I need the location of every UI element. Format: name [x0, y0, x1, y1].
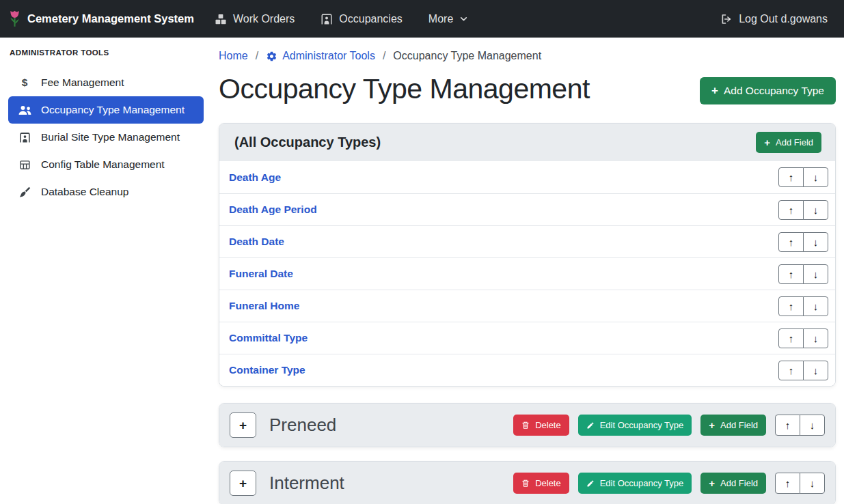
down-arrow-icon: ↓ — [813, 236, 819, 248]
move-up-button[interactable]: ↑ — [778, 296, 804, 316]
add-field-button[interactable]: + Add Field — [756, 132, 821, 153]
main-content: Home / Administrator Tools / Occupancy T… — [210, 38, 844, 504]
reorder-buttons: ↑ ↓ — [778, 296, 828, 316]
plus-icon: + — [239, 476, 247, 491]
occupancy-type-header: + Preneed Delete Edit Occupancy Type — [219, 404, 835, 447]
logout-button[interactable]: Log Out d.gowans — [720, 13, 828, 25]
move-up-button[interactable]: ↑ — [778, 264, 804, 284]
field-row: Death Age Period ↑ ↓ — [219, 193, 835, 225]
pencil-icon — [586, 479, 595, 488]
reorder-buttons: ↑ ↓ — [778, 167, 828, 187]
dollar-icon: $ — [17, 76, 32, 89]
expand-button[interactable]: + — [230, 412, 256, 438]
occupancy-type-name: Interment — [269, 473, 344, 494]
move-up-button[interactable]: ↑ — [775, 415, 800, 436]
move-down-button[interactable]: ↓ — [803, 167, 828, 187]
up-arrow-icon: ↑ — [789, 204, 794, 216]
sidebar-item-label: Burial Site Type Management — [41, 131, 180, 143]
down-arrow-icon: ↓ — [813, 268, 819, 280]
move-down-button[interactable]: ↓ — [800, 473, 825, 494]
field-row: Funeral Date ↑ ↓ — [219, 257, 835, 290]
field-link-committal-type[interactable]: Committal Type — [229, 332, 308, 344]
app-brand[interactable]: Cemetery Management System — [8, 10, 194, 28]
move-up-button[interactable]: ↑ — [775, 473, 800, 494]
occupancy-type-name: Preneed — [269, 415, 336, 436]
field-row: Death Age ↑ ↓ — [219, 161, 835, 193]
broom-icon — [17, 186, 32, 199]
move-down-button[interactable]: ↓ — [803, 264, 828, 284]
top-navbar: Cemetery Management System Work Orders O… — [0, 0, 844, 38]
edit-occupancy-type-label: Edit Occupancy Type — [600, 479, 684, 488]
delete-label: Delete — [535, 421, 561, 430]
sidebar-item-database-cleanup[interactable]: Database Cleanup — [8, 178, 204, 206]
breadcrumb-separator: / — [256, 50, 258, 62]
down-arrow-icon: ↓ — [813, 365, 819, 376]
sidebar-item-occupancy-type-management[interactable]: Occupancy Type Management — [8, 96, 204, 124]
occupancy-type-card-preneed: + Preneed Delete Edit Occupancy Type — [219, 403, 836, 447]
move-up-button[interactable]: ↑ — [778, 232, 804, 252]
down-arrow-icon: ↓ — [813, 204, 819, 216]
edit-occupancy-type-button[interactable]: Edit Occupancy Type — [578, 415, 692, 436]
delete-button[interactable]: Delete — [513, 415, 569, 436]
burial-site-icon — [17, 132, 32, 143]
chevron-down-icon — [459, 14, 468, 23]
add-field-button[interactable]: + Add Field — [700, 473, 766, 494]
expand-button[interactable]: + — [230, 471, 256, 496]
breadcrumb-home-link[interactable]: Home — [219, 50, 248, 62]
reorder-buttons: ↑ ↓ — [778, 361, 828, 380]
sidebar-item-config-table-management[interactable]: Config Table Management — [8, 151, 204, 178]
field-link-death-age[interactable]: Death Age — [229, 171, 281, 184]
move-down-button[interactable]: ↓ — [803, 361, 828, 380]
move-up-button[interactable]: ↑ — [778, 167, 804, 187]
sidebar-item-burial-site-type-management[interactable]: Burial Site Type Management — [8, 124, 204, 151]
down-arrow-icon: ↓ — [810, 477, 815, 489]
admin-tools-sidebar: ADMINISTRATOR TOOLS $ Fee Management Occ… — [0, 38, 210, 504]
field-link-container-type[interactable]: Container Type — [229, 364, 305, 376]
nav-work-orders-label: Work Orders — [233, 13, 295, 25]
down-arrow-icon: ↓ — [813, 300, 819, 312]
nav-work-orders[interactable]: Work Orders — [215, 13, 295, 25]
field-link-death-date[interactable]: Death Date — [229, 236, 284, 248]
add-field-button[interactable]: + Add Field — [700, 415, 766, 436]
plus-icon: + — [239, 418, 247, 433]
move-down-button[interactable]: ↓ — [800, 415, 825, 436]
occupancy-type-header: + Interment Delete Edit Occupancy Type — [219, 462, 835, 504]
nav-occupancies-label: Occupancies — [339, 13, 403, 25]
move-down-button[interactable]: ↓ — [803, 232, 828, 252]
reorder-buttons: ↑ ↓ — [778, 232, 828, 252]
nav-more[interactable]: More — [428, 13, 468, 25]
field-link-funeral-date[interactable]: Funeral Date — [229, 268, 293, 280]
move-down-button[interactable]: ↓ — [803, 200, 828, 220]
field-row: Funeral Home ↑ ↓ — [219, 290, 835, 322]
users-icon — [17, 104, 32, 116]
occupancy-type-actions: Delete Edit Occupancy Type + Add Field ↑ — [513, 473, 825, 494]
up-arrow-icon: ↑ — [789, 333, 794, 344]
up-arrow-icon: ↑ — [789, 268, 794, 280]
edit-occupancy-type-button[interactable]: Edit Occupancy Type — [578, 473, 692, 494]
sidebar-heading: ADMINISTRATOR TOOLS — [10, 48, 204, 57]
field-link-death-age-period[interactable]: Death Age Period — [229, 204, 317, 216]
all-occupancy-types-header: (All Occupancy Types) + Add Field — [219, 124, 835, 161]
down-arrow-icon: ↓ — [810, 419, 815, 431]
move-up-button[interactable]: ↑ — [778, 328, 804, 348]
occupancy-type-card-interment: + Interment Delete Edit Occupancy Type — [219, 461, 836, 504]
logout-label: Log Out d.gowans — [739, 13, 828, 25]
app-title: Cemetery Management System — [27, 12, 194, 25]
move-down-button[interactable]: ↓ — [803, 296, 828, 316]
reorder-buttons: ↑ ↓ — [778, 264, 828, 284]
move-up-button[interactable]: ↑ — [778, 200, 804, 220]
delete-button[interactable]: Delete — [513, 473, 569, 494]
field-link-funeral-home[interactable]: Funeral Home — [229, 300, 299, 312]
move-up-button[interactable]: ↑ — [778, 361, 804, 380]
sidebar-item-label: Occupancy Type Management — [41, 104, 185, 116]
add-occupancy-type-button[interactable]: + Add Occupancy Type — [700, 77, 836, 104]
tulip-logo-icon — [8, 10, 21, 28]
reorder-buttons: ↑ ↓ — [775, 473, 825, 494]
nav-occupancies[interactable]: Occupancies — [321, 13, 403, 25]
breadcrumb-admin-tools-link[interactable]: Administrator Tools — [266, 50, 375, 62]
sidebar-item-fee-management[interactable]: $ Fee Management — [8, 69, 204, 96]
move-down-button[interactable]: ↓ — [803, 328, 828, 348]
up-arrow-icon: ↑ — [789, 365, 794, 376]
up-arrow-icon: ↑ — [785, 419, 791, 431]
field-row: Container Type ↑ ↓ — [219, 354, 835, 386]
